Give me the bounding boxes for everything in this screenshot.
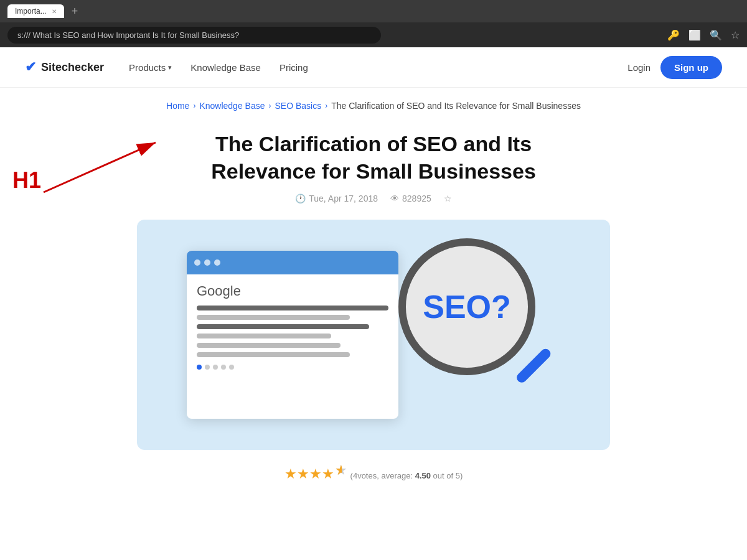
mockup-dot-1 xyxy=(194,259,200,266)
bookmark-icon: ☆ xyxy=(731,29,740,41)
key-icon: 🔑 xyxy=(667,29,680,41)
browser-chrome: Importa... ✕ + s:/// What Is SEO and How… xyxy=(0,0,747,47)
translate-icon: ⬜ xyxy=(688,29,701,41)
login-button[interactable]: Login xyxy=(627,62,651,73)
browser-titlebar: Importa... ✕ + xyxy=(0,0,747,22)
breadcrumb-current: The Clarification of SEO and Its Relevan… xyxy=(331,101,581,111)
search-icon: 🔍 xyxy=(710,29,722,41)
new-tab-button[interactable]: + xyxy=(72,5,78,18)
article-meta: 🕐 Tue, Apr 17, 2018 👁 828925 ☆ xyxy=(125,194,622,203)
mockup-dot-inactive-1 xyxy=(205,365,210,370)
tab-close-icon[interactable]: ✕ xyxy=(52,8,57,15)
mockup-dot-3 xyxy=(214,259,220,266)
mockup-body: Google xyxy=(187,274,398,378)
article-views: 👁 828925 xyxy=(390,194,431,203)
nav-links: Products ▾ Knowledge Base Pricing xyxy=(129,62,627,73)
mockup-nav-dots xyxy=(197,365,388,370)
mockup-line-1 xyxy=(197,306,388,310)
rating-votes-text: (4votes, average: 4.50 out of 5) xyxy=(350,471,463,480)
mockup-dot-inactive-2 xyxy=(213,365,218,370)
browser-mockup-illustration: Google xyxy=(187,251,398,419)
site-logo[interactable]: ✔ Sitechecker xyxy=(25,59,104,75)
eye-icon: 👁 xyxy=(390,194,399,203)
mockup-line-4 xyxy=(197,334,331,338)
mockup-titlebar xyxy=(187,251,398,274)
article-title: The Clarification of SEO and Its Relevan… xyxy=(125,130,622,185)
article-header: The Clarification of SEO and Its Relevan… xyxy=(0,118,747,213)
article-bookmark[interactable]: ☆ xyxy=(444,194,452,203)
logo-check-icon: ✔ xyxy=(25,59,36,75)
magnifier-illustration: SEO? xyxy=(398,238,560,400)
tab-title: Importa... xyxy=(15,7,47,16)
star-half-icon: ★★ xyxy=(334,462,348,478)
breadcrumb-sep-1: › xyxy=(193,101,195,110)
rating-wrapper: ★★★★★★ (4votes, average: 4.50 out of 5) xyxy=(0,450,747,495)
magnifier-circle: SEO? xyxy=(398,238,535,375)
breadcrumb-sep-2: › xyxy=(268,101,271,110)
breadcrumb-wrapper: Home › Knowledge Base › SEO Basics › The… xyxy=(0,88,747,118)
mockup-dot-inactive-3 xyxy=(221,365,226,370)
browser-icons: 🔑 ⬜ 🔍 ☆ xyxy=(667,29,740,41)
mockup-line-6 xyxy=(197,352,350,357)
mockup-dot-active xyxy=(197,365,202,370)
hero-image: Google xyxy=(137,220,610,450)
nav-pricing-link[interactable]: Pricing xyxy=(280,62,308,73)
nav-actions: Login Sign up xyxy=(627,56,722,79)
seo-question-text: SEO? xyxy=(423,288,511,325)
h1-annotation-label: H1 xyxy=(12,167,41,194)
nav-knowledge-link[interactable]: Knowledge Base xyxy=(190,62,261,73)
breadcrumb-knowledge[interactable]: Knowledge Base xyxy=(199,101,265,111)
logo-text: Sitechecker xyxy=(41,61,104,74)
mockup-google-label: Google xyxy=(197,283,388,299)
page-content: ✔ Sitechecker Products ▾ Knowledge Base … xyxy=(0,47,747,558)
mockup-line-2 xyxy=(197,315,350,320)
breadcrumb-home[interactable]: Home xyxy=(166,101,189,111)
address-bar[interactable]: s:/// What Is SEO and How Important Is I… xyxy=(7,27,381,44)
mockup-line-3 xyxy=(197,324,369,329)
mockup-line-5 xyxy=(197,343,341,348)
browser-addressbar: s:/// What Is SEO and How Important Is I… xyxy=(0,22,747,47)
annotation-area: H1 The Clarification of SEO and Its Rele… xyxy=(0,118,747,213)
navbar: ✔ Sitechecker Products ▾ Knowledge Base … xyxy=(0,47,747,88)
mockup-dot-inactive-4 xyxy=(229,365,234,370)
mockup-dot-2 xyxy=(204,259,210,266)
article-date: 🕐 Tue, Apr 17, 2018 xyxy=(295,194,378,203)
magnifier-handle xyxy=(515,347,553,385)
breadcrumb-sep-3: › xyxy=(325,101,327,110)
breadcrumb: Home › Knowledge Base › SEO Basics › The… xyxy=(166,101,581,111)
star-outline-icon[interactable]: ☆ xyxy=(444,194,452,203)
star-filled-icons: ★★★★ xyxy=(284,466,334,482)
browser-tab[interactable]: Importa... ✕ xyxy=(7,4,64,18)
clock-icon: 🕐 xyxy=(295,194,306,203)
nav-products-link[interactable]: Products ▾ xyxy=(129,62,172,73)
signup-button[interactable]: Sign up xyxy=(660,56,722,79)
breadcrumb-seo-basics[interactable]: SEO Basics xyxy=(275,101,321,111)
